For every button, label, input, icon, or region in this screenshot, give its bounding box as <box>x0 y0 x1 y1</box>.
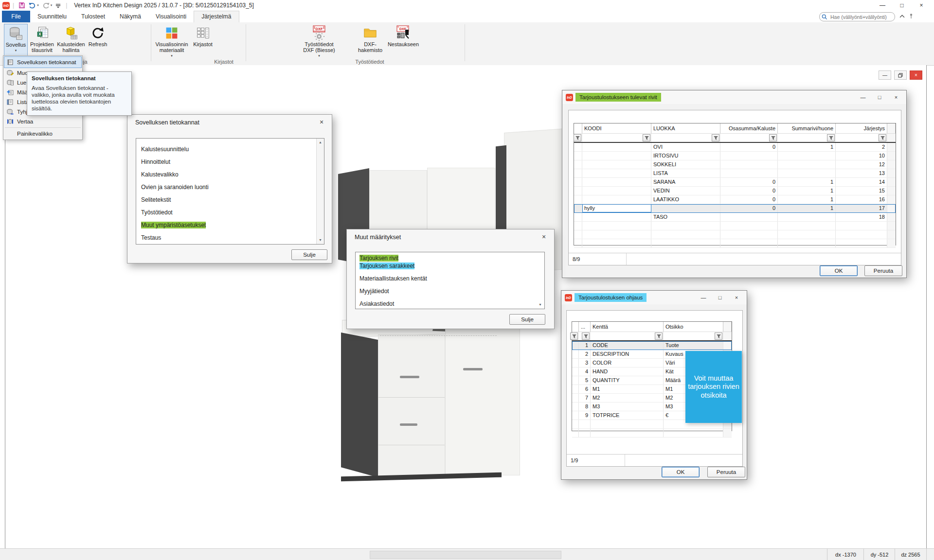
tyostotiedot-dxf-button[interactable]: DXF Työstötiedot DXF (Biesse) ▾ <box>300 24 339 60</box>
callout-text: Voit muuttaa tarjouksen rivien otsikoita <box>687 374 740 400</box>
filter-icon[interactable] <box>827 134 835 141</box>
maximize-icon[interactable]: □ <box>712 292 728 303</box>
save-button[interactable] <box>17 1 27 10</box>
column-header[interactable]: Järjestys <box>836 123 887 133</box>
window-title: Vertex InD Kitchen Design 2025 / 31.0.7 … <box>74 2 254 9</box>
column-header[interactable]: Osasumma/Kaluste <box>720 123 778 133</box>
filter-icon[interactable] <box>655 332 663 340</box>
filter-icon[interactable] <box>574 134 581 141</box>
menu-item-sovelluksen-tietokannat[interactable]: Sovelluksen tietokannat <box>4 56 82 68</box>
list-item[interactable]: Ovien ja saranoiden luonti <box>141 181 319 193</box>
tab-file[interactable]: File <box>2 11 30 22</box>
close-icon[interactable]: × <box>728 292 745 303</box>
table-row-selected[interactable]: hylly 01 17 <box>574 204 896 213</box>
dxf-hakemisto-button[interactable]: DXF-hakemisto <box>355 24 385 60</box>
filter-icon[interactable] <box>715 332 722 340</box>
close-icon[interactable]: × <box>888 91 904 103</box>
tab-jarjestelma[interactable]: Järjestelmä <box>194 11 239 23</box>
tab-visualisointi[interactable]: Visualisointi <box>148 11 194 22</box>
scroll-down-icon[interactable]: ▼ <box>537 301 544 308</box>
scroll-down-icon[interactable]: ▼ <box>317 237 324 244</box>
projektien-tilausrivit-button[interactable]: X Projektien tilausrivit <box>28 24 56 60</box>
tab-nakyma[interactable]: Näkymä <box>112 11 148 22</box>
drawer-handle <box>400 423 417 426</box>
menu-item-painikevalikko[interactable]: Painikevalikko <box>4 129 81 139</box>
nestaukseen-button[interactable]: DXF Nestaukseen <box>387 24 419 60</box>
menu-item-vertaa[interactable]: Vertaa <box>4 117 81 126</box>
column-header[interactable]: Summarivi/huone <box>778 123 836 133</box>
close-icon[interactable]: × <box>317 118 326 126</box>
column-header[interactable]: ... <box>579 322 591 332</box>
redo-button[interactable]: ▾ <box>40 1 54 10</box>
table-row[interactable]: VEDIN 01 15 <box>574 187 896 195</box>
table-row[interactable]: IRTOSIVU 10 <box>574 152 896 160</box>
peruuta-button[interactable]: Peruuta <box>707 467 745 477</box>
list-item[interactable]: Työstötiedot <box>141 206 319 219</box>
undo-button[interactable]: ▾ <box>27 1 40 10</box>
table-row[interactable]: TASO 18 <box>574 213 896 222</box>
filter-icon[interactable] <box>769 134 777 141</box>
maximize-icon[interactable]: □ <box>871 91 888 103</box>
maximize-icon[interactable]: □ <box>892 0 912 11</box>
scrollbar[interactable]: ▲ ▼ <box>316 139 324 244</box>
search-box[interactable] <box>819 12 895 21</box>
menu-item-label: Lue <box>17 80 26 86</box>
child-restore-icon[interactable] <box>894 70 907 80</box>
list-item[interactable]: Hinnoittelut <box>141 156 319 168</box>
filter-icon[interactable] <box>570 332 578 340</box>
column-header[interactable]: LUOKKA <box>651 123 720 133</box>
minimize-icon[interactable]: — <box>873 0 892 11</box>
cell-edit-box[interactable]: hylly <box>582 204 651 212</box>
refresh-button[interactable]: Refresh <box>87 24 109 60</box>
pin-icon[interactable] <box>909 13 914 19</box>
table-row[interactable]: OVI 01 2 <box>574 143 896 152</box>
tab-tulosteet[interactable]: Tulosteet <box>74 11 112 22</box>
list-item[interactable]: Asiakastiedot <box>359 300 540 308</box>
list-item[interactable]: Myyjätiedot <box>359 287 540 295</box>
table-row[interactable]: SOKKELI 12 <box>574 160 896 169</box>
filter-icon[interactable] <box>879 134 886 141</box>
child-close-icon[interactable]: × <box>910 70 922 80</box>
kalusteiden-hallinta-button[interactable]: Kalusteiden hallinta <box>57 24 85 60</box>
column-header[interactable]: Kenttä <box>591 322 664 332</box>
chevron-up-icon[interactable] <box>899 15 905 18</box>
sulje-button[interactable]: Sulje <box>509 314 545 325</box>
list-item-highlighted[interactable]: Tarjouksen sarakkeet <box>359 262 540 270</box>
close-icon[interactable]: × <box>539 232 548 241</box>
list-item[interactable]: Kalustesuunnittelu <box>141 143 319 156</box>
group-separator <box>151 24 151 61</box>
list-item[interactable]: Selitetekstit <box>141 193 319 206</box>
sulje-button[interactable]: Sulje <box>291 249 327 260</box>
table-row-selected[interactable]: 1 CODETuote <box>572 341 732 350</box>
table-row[interactable]: LISTA 13 <box>574 169 896 178</box>
minimize-icon[interactable]: — <box>695 292 712 303</box>
drawer-handle <box>400 376 419 378</box>
search-input[interactable] <box>829 14 889 20</box>
close-icon[interactable]: × <box>912 0 931 11</box>
list-item-selected[interactable]: Tarjouksen rivit <box>359 254 540 262</box>
column-header[interactable]: KOODI <box>582 123 651 133</box>
filter-icon[interactable] <box>582 332 590 340</box>
tab-suunnittelu[interactable]: Suunnittelu <box>30 11 74 22</box>
minimize-icon[interactable]: — <box>855 91 871 103</box>
filter-icon[interactable] <box>643 134 650 141</box>
column-header[interactable]: Otsikko <box>664 322 723 332</box>
kirjastot-button[interactable]: Kirjastot <box>191 24 215 60</box>
table-row[interactable]: LAATIKKO 01 16 <box>574 195 896 204</box>
list-item[interactable]: Testaus <box>141 231 319 244</box>
ok-button[interactable]: OK <box>820 265 858 276</box>
child-minimize-icon[interactable]: — <box>879 70 891 80</box>
table-row-empty <box>574 222 896 230</box>
drawer-seam <box>378 397 445 398</box>
visualisoinnin-materiaalit-button[interactable]: Visualisoinnin materiaalit ▾ <box>155 24 189 60</box>
scroll-up-icon[interactable]: ▲ <box>317 139 324 146</box>
list-item[interactable]: Kalustevalikko <box>141 168 319 181</box>
ok-button[interactable]: OK <box>662 467 700 477</box>
list-item-selected[interactable]: Muut ympäristöasetukset <box>141 219 319 231</box>
table-row[interactable]: SARANA 01 14 <box>574 178 896 187</box>
customize-quick-access-button[interactable] <box>54 1 63 10</box>
peruuta-button[interactable]: Peruuta <box>864 265 902 276</box>
settings-list: Tarjouksen rivit Tarjouksen sarakkeet Ma… <box>355 252 545 309</box>
filter-icon[interactable] <box>712 134 719 141</box>
list-item[interactable]: Materiaallistauksen kentät <box>359 275 540 282</box>
